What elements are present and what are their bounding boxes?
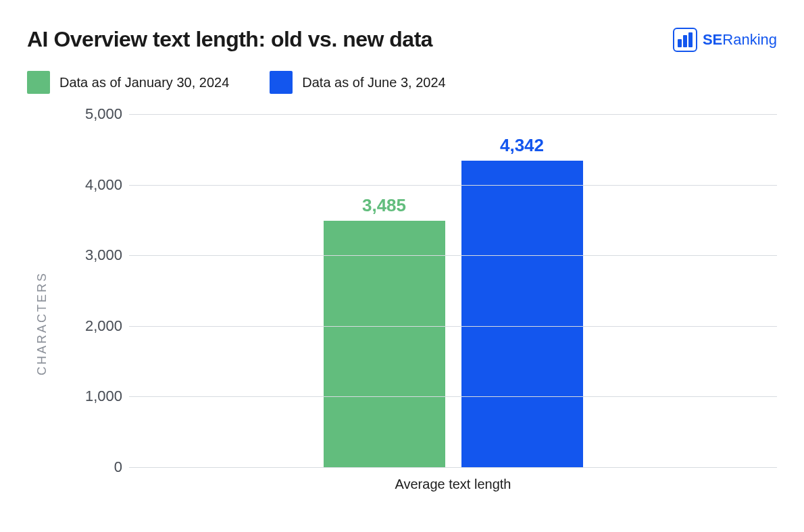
bar-value-label-1: 4,342 (461, 135, 583, 156)
header-row: AI Overview text length: old vs. new dat… (27, 27, 777, 52)
gridline (129, 326, 777, 327)
y-tick-label: 4,000 (55, 176, 122, 194)
legend-label-0: Data as of January 30, 2024 (59, 75, 229, 90)
bar-rect-0 (324, 221, 445, 467)
gridline (129, 114, 777, 115)
x-axis-label: Average text length (129, 467, 777, 492)
brand-text: SERanking (703, 31, 777, 49)
bar-chart-icon (673, 28, 697, 52)
legend-item-0: Data as of January 30, 2024 (27, 71, 229, 94)
bar-value-label-0: 3,485 (324, 195, 445, 216)
gridline (129, 185, 777, 186)
y-tick-label: 2,000 (55, 317, 122, 335)
gridline (129, 467, 777, 468)
brand-rest: Ranking (722, 31, 777, 48)
legend-item-1: Data as of June 3, 2024 (270, 71, 445, 94)
gridline (129, 396, 777, 397)
y-tick-label: 5,000 (55, 105, 122, 123)
y-tick-label: 0 (55, 458, 122, 476)
gridline (129, 255, 777, 256)
legend-swatch-1 (270, 71, 293, 94)
plot-column: 3,4854,342 01,0002,0003,0004,0005,000 Av… (49, 114, 777, 492)
y-tick-label: 3,000 (55, 246, 122, 264)
chart-title: AI Overview text length: old vs. new dat… (27, 27, 432, 52)
plot: 3,4854,342 01,0002,0003,0004,0005,000 (55, 114, 777, 467)
chart-area: CHARACTERS 3,4854,342 01,0002,0003,0004,… (27, 114, 777, 492)
y-tick-label: 1,000 (55, 388, 122, 405)
y-axis-label: CHARACTERS (27, 231, 49, 375)
legend-label-1: Data as of June 3, 2024 (302, 75, 445, 90)
legend-swatch-0 (27, 71, 50, 94)
bar-rect-1 (461, 161, 583, 467)
bar-0: 3,485 (324, 221, 445, 467)
brand-bold: SE (703, 31, 722, 48)
legend: Data as of January 30, 2024 Data as of J… (27, 71, 777, 94)
bar-1: 4,342 (461, 161, 583, 467)
bars-group: 3,4854,342 (129, 114, 777, 467)
chart-container: AI Overview text length: old vs. new dat… (0, 0, 804, 532)
brand-logo: SERanking (673, 28, 777, 52)
